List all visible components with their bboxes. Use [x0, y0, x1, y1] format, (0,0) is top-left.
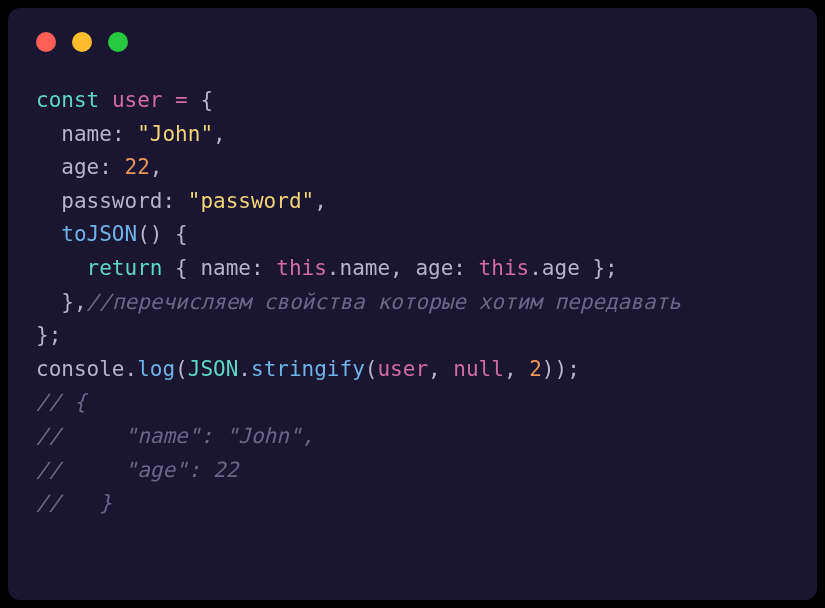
- code-line: const user = {: [36, 88, 213, 112]
- close-icon[interactable]: [36, 32, 56, 52]
- prop-age: age: [61, 155, 99, 179]
- identifier-user: user: [112, 88, 163, 112]
- code-line: toJSON() {: [36, 222, 188, 246]
- method-tojson: toJSON: [61, 222, 137, 246]
- code-line: console.log(JSON.stringify(user, null, 2…: [36, 357, 580, 381]
- identifier-console: console: [36, 357, 125, 381]
- code-line: name: "John",: [36, 122, 226, 146]
- code-window: const user = { name: "John", age: 22, pa…: [8, 8, 817, 600]
- method-stringify: stringify: [251, 357, 365, 381]
- string-john: "John": [137, 122, 213, 146]
- code-line: age: 22,: [36, 155, 162, 179]
- brace-open: {: [200, 88, 213, 112]
- code-block: const user = { name: "John", age: 22, pa…: [36, 84, 789, 521]
- code-line: },//перечисляем свойства которые хотим п…: [36, 290, 681, 314]
- comment-output: // }: [36, 491, 112, 515]
- code-line: };: [36, 323, 61, 347]
- prop-name: name: [61, 122, 112, 146]
- keyword-return: return: [87, 256, 163, 280]
- comment-output: // {: [36, 390, 87, 414]
- number-2: 2: [529, 357, 542, 381]
- keyword-this: this: [276, 256, 327, 280]
- comment-russian: //перечисляем свойства которые хотим пер…: [87, 290, 681, 314]
- minimize-icon[interactable]: [72, 32, 92, 52]
- code-line: return { name: this.name, age: this.age …: [36, 256, 618, 280]
- keyword-null: null: [453, 357, 504, 381]
- keyword-const: const: [36, 88, 99, 112]
- keyword-this: this: [479, 256, 530, 280]
- method-log: log: [137, 357, 175, 381]
- code-line: password: "password",: [36, 189, 327, 213]
- traffic-lights: [36, 32, 789, 52]
- comment-output: // "name": "John",: [36, 424, 314, 448]
- number-22: 22: [125, 155, 150, 179]
- identifier-json: JSON: [188, 357, 239, 381]
- prop-password: password: [61, 189, 162, 213]
- identifier-user: user: [377, 357, 428, 381]
- string-password: "password": [188, 189, 314, 213]
- maximize-icon[interactable]: [108, 32, 128, 52]
- comment-output: // "age": 22: [36, 458, 238, 482]
- operator-eq: =: [162, 88, 200, 112]
